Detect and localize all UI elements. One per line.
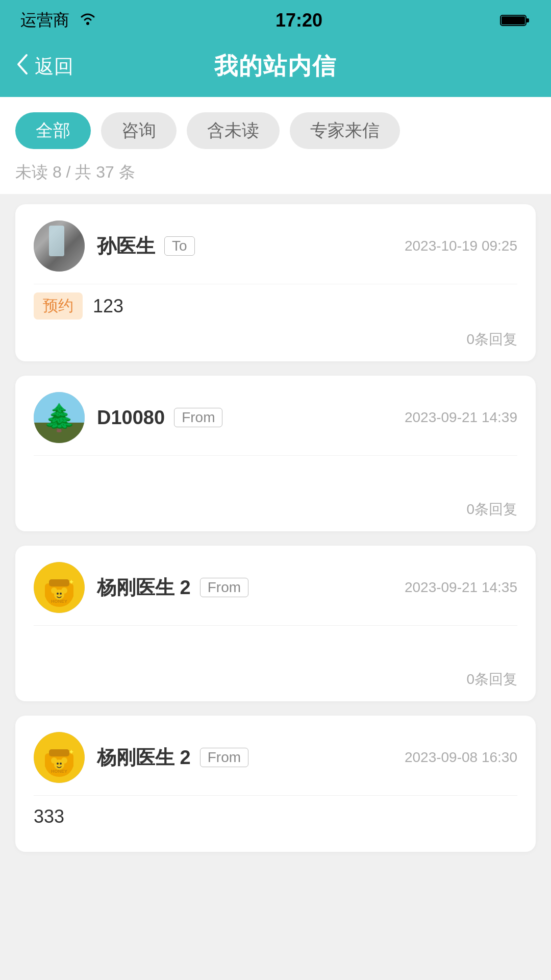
count-bar: 未读 8 / 共 37 条 bbox=[0, 149, 551, 194]
status-bar-left: 运营商 bbox=[20, 9, 98, 32]
filter-tab-all[interactable]: 全部 bbox=[15, 112, 91, 149]
message-card-2[interactable]: D10080 From 2023-09-21 14:39 0条回复 bbox=[15, 376, 536, 531]
svg-point-11 bbox=[57, 593, 59, 595]
status-bar-time: 17:20 bbox=[276, 10, 322, 31]
honey-avatar-image: ✦ HONEY bbox=[34, 562, 85, 613]
message-header-2: D10080 From 2023-09-21 14:39 bbox=[34, 392, 517, 443]
sender-name-2: D10080 bbox=[97, 407, 165, 429]
filter-tab-consult[interactable]: 咨询 bbox=[101, 112, 177, 149]
message-footer-2: 0条回复 bbox=[34, 500, 517, 519]
message-header-4: ✦ HONEY 杨刚医生 2 From 2023-09-08 16:30 bbox=[34, 732, 517, 783]
filter-bar: 全部 咨询 含未读 专家来信 bbox=[0, 97, 551, 149]
message-header-1: 孙医生 To 2023-10-19 09:25 bbox=[34, 220, 517, 272]
svg-point-23 bbox=[60, 763, 62, 765]
message-time-4: 2023-09-08 16:30 bbox=[405, 749, 517, 766]
avatar-1 bbox=[34, 220, 85, 272]
divider-2 bbox=[34, 455, 517, 456]
back-label: 返回 bbox=[35, 54, 73, 80]
message-text-1: 123 bbox=[93, 296, 123, 317]
divider-4 bbox=[34, 795, 517, 796]
tree-avatar-image bbox=[34, 392, 85, 443]
message-card-1[interactable]: 孙医生 To 2023-10-19 09:25 预约 123 0条回复 bbox=[15, 204, 536, 361]
avatar-4: ✦ HONEY bbox=[34, 732, 85, 783]
status-bar: 运营商 17:20 bbox=[0, 0, 551, 41]
count-text: 未读 8 / 共 37 条 bbox=[15, 163, 135, 181]
direction-badge-3: From bbox=[200, 578, 248, 597]
back-button[interactable]: 返回 bbox=[15, 53, 73, 80]
divider-1 bbox=[34, 284, 517, 284]
svg-text:HONEY: HONEY bbox=[51, 599, 67, 604]
honey-avatar-image-2: ✦ HONEY bbox=[34, 732, 85, 783]
waterfall-avatar-image bbox=[34, 220, 85, 272]
svg-rect-7 bbox=[49, 579, 69, 586]
page-title: 我的站内信 bbox=[214, 51, 337, 82]
svg-text:✦: ✦ bbox=[68, 578, 74, 586]
message-header-3: ✦ HONEY 杨刚医生 2 From 2023-09-21 14:35 bbox=[34, 562, 517, 613]
avatar-3: ✦ HONEY bbox=[34, 562, 85, 613]
svg-point-22 bbox=[57, 763, 59, 765]
back-chevron-icon bbox=[15, 53, 30, 80]
message-list: 孙医生 To 2023-10-19 09:25 预约 123 0条回复 D100… bbox=[0, 194, 551, 862]
message-time-1: 2023-10-19 09:25 bbox=[405, 238, 517, 254]
message-footer-3: 0条回复 bbox=[34, 670, 517, 689]
message-content-2 bbox=[34, 464, 517, 489]
sender-name-4: 杨刚医生 2 bbox=[97, 745, 191, 771]
tag-badge-1: 预约 bbox=[34, 292, 83, 320]
direction-badge-2: From bbox=[174, 408, 222, 427]
divider-3 bbox=[34, 625, 517, 626]
svg-text:✦: ✦ bbox=[68, 748, 74, 756]
message-footer-1: 0条回复 bbox=[34, 330, 517, 349]
wifi-icon bbox=[78, 11, 98, 30]
message-card-4[interactable]: ✦ HONEY 杨刚医生 2 From 2023-09-08 16:30 333 bbox=[15, 716, 536, 852]
nav-bar: 返回 我的站内信 bbox=[0, 41, 551, 97]
message-time-2: 2023-09-21 14:39 bbox=[405, 409, 517, 426]
sender-name-3: 杨刚医生 2 bbox=[97, 575, 191, 601]
svg-point-12 bbox=[60, 593, 62, 595]
message-text-4: 333 bbox=[34, 806, 64, 827]
direction-badge-4: From bbox=[200, 748, 248, 767]
message-meta-2: D10080 From 2023-09-21 14:39 bbox=[97, 407, 517, 429]
battery-icon bbox=[500, 13, 531, 28]
filter-tab-unread[interactable]: 含未读 bbox=[187, 112, 280, 149]
svg-point-10 bbox=[54, 590, 64, 600]
direction-badge-1: To bbox=[164, 236, 195, 256]
message-card-3[interactable]: ✦ HONEY 杨刚医生 2 From 2023-09-21 14:35 0条回… bbox=[15, 546, 536, 701]
svg-rect-2 bbox=[526, 18, 529, 22]
message-meta-1: 孙医生 To 2023-10-19 09:25 bbox=[97, 233, 517, 259]
svg-rect-3 bbox=[502, 16, 525, 24]
message-meta-4: 杨刚医生 2 From 2023-09-08 16:30 bbox=[97, 745, 517, 771]
message-meta-3: 杨刚医生 2 From 2023-09-21 14:35 bbox=[97, 575, 517, 601]
avatar-2 bbox=[34, 392, 85, 443]
svg-rect-18 bbox=[49, 749, 69, 756]
message-content-4: 333 bbox=[34, 804, 517, 829]
sender-name-1: 孙医生 bbox=[97, 233, 155, 259]
message-content-1: 预约 123 bbox=[34, 292, 517, 320]
message-time-3: 2023-09-21 14:35 bbox=[405, 579, 517, 596]
message-content-3 bbox=[34, 634, 517, 659]
carrier-text: 运营商 bbox=[20, 9, 69, 32]
svg-point-0 bbox=[86, 22, 89, 25]
svg-point-21 bbox=[54, 760, 64, 770]
svg-text:HONEY: HONEY bbox=[51, 769, 67, 774]
filter-tab-expert[interactable]: 专家来信 bbox=[290, 112, 400, 149]
